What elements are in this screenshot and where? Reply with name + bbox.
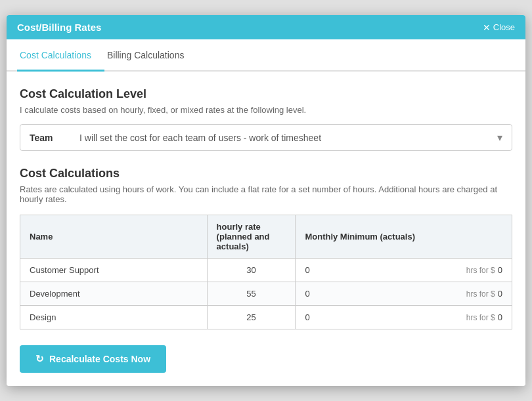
cost-level-section: Cost Calculation Level I calculate costs… — [20, 87, 512, 151]
monthly-hrs-design: 0 — [305, 312, 309, 322]
row-hourly-customer-support: 30 — [207, 259, 296, 282]
cost-calc-description: Rates are calculated using hours of work… — [20, 184, 512, 204]
row-name-design: Design — [20, 306, 208, 329]
recalculate-label: Recalculate Costs Now — [49, 354, 150, 364]
cost-level-description: I calculate costs based on hourly, fixed… — [20, 105, 512, 115]
tab-cost-calculations[interactable]: Cost Calculations — [17, 39, 104, 72]
row-hourly-development: 55 — [207, 282, 296, 306]
dropdown-value: I will set the cost for each team of use… — [79, 133, 497, 143]
monthly-hrs-development: 0 — [305, 289, 309, 299]
table-row: Design 25 0 hrs for $0 — [20, 306, 512, 329]
close-x-icon: ✕ — [483, 22, 491, 33]
close-label: Close — [493, 22, 515, 32]
row-monthly-development: 0 hrs for $0 — [296, 282, 512, 306]
cost-calculations-section: Cost Calculations Rates are calculated u… — [20, 167, 512, 329]
row-name-development: Development — [20, 282, 208, 306]
monthly-hrs-customer-support: 0 — [305, 265, 309, 275]
col-header-hourly: hourly rate (planned and actuals) — [207, 215, 296, 259]
row-monthly-design: 0 hrs for $0 — [296, 306, 512, 329]
rates-table: Name hourly rate (planned and actuals) M… — [20, 215, 512, 329]
chevron-down-icon: ▾ — [497, 131, 502, 144]
cost-level-title: Cost Calculation Level — [20, 87, 512, 101]
cost-calc-title: Cost Calculations — [20, 167, 512, 180]
close-button[interactable]: ✕ Close — [483, 22, 515, 33]
row-name-customer-support: Customer Support — [20, 259, 208, 282]
recalculate-button[interactable]: ↻ Recalculate Costs Now — [20, 345, 166, 373]
hrs-for-dollar-icon: hrs for $0 — [466, 265, 502, 275]
dropdown-label: Team — [30, 133, 69, 143]
table-row: Customer Support 30 0 hrs for $0 — [20, 259, 512, 282]
table-row: Development 55 0 hrs for $0 — [20, 282, 512, 306]
hrs-for-dollar-design: hrs for $0 — [466, 312, 502, 322]
modal-header: Cost/Billing Rates ✕ Close — [7, 15, 525, 39]
row-monthly-customer-support: 0 hrs for $0 — [296, 259, 512, 282]
tab-bar: Cost Calculations Billing Calculations — [7, 39, 525, 72]
recalculate-icon: ↻ — [35, 353, 44, 365]
hrs-for-dollar-development: hrs for $0 — [466, 289, 502, 299]
col-header-monthly: Monthly Minimum (actuals) — [296, 215, 512, 259]
row-hourly-design: 25 — [207, 306, 296, 329]
modal-body: Cost Calculation Level I calculate costs… — [7, 72, 525, 386]
col-header-name: Name — [20, 215, 208, 259]
modal: Cost/Billing Rates ✕ Close Cost Calculat… — [7, 15, 525, 386]
tab-billing-calculations[interactable]: Billing Calculations — [104, 39, 198, 72]
team-dropdown[interactable]: Team I will set the cost for each team o… — [20, 124, 512, 151]
modal-title: Cost/Billing Rates — [17, 22, 101, 33]
